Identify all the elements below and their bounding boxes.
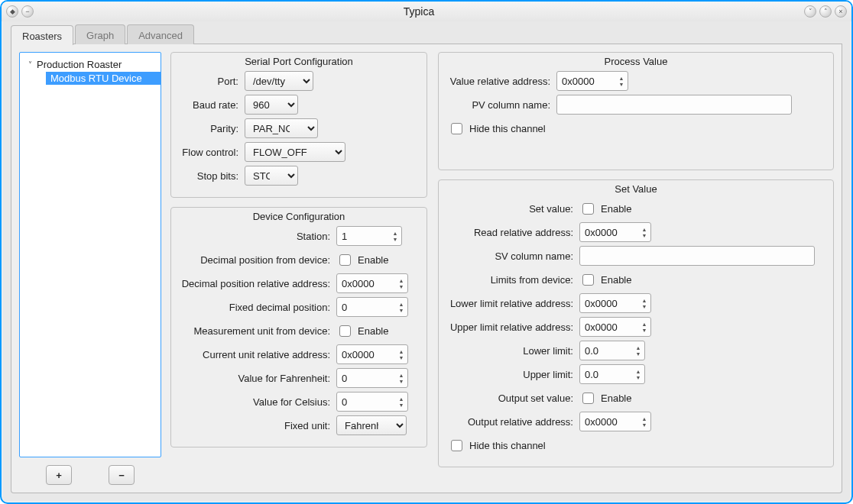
app-window: ◆ − Typica ˅ ˄ × Roasters Graph Advanced…	[0, 0, 853, 504]
label-flow: Flow control:	[179, 147, 245, 158]
tab-page-roasters: ˅ Production Roaster Modbus RTU Device +…	[11, 44, 842, 493]
label-upper-addr: Upper limit relative address:	[446, 321, 579, 333]
label-pv-column: PV column name:	[446, 99, 556, 111]
baud-combo[interactable]: 9600	[245, 95, 298, 115]
sv-limits-check[interactable]	[582, 274, 594, 286]
label-fixed-dec: Fixed decimal position:	[179, 302, 336, 313]
group-title: Set Value	[446, 183, 825, 195]
titlebar-min-button[interactable]: ˅	[804, 5, 816, 18]
flow-combo[interactable]: FLOW_OFF	[245, 142, 345, 162]
port-combo[interactable]: /dev/ttyS0	[245, 71, 313, 91]
tab-bar: Roasters Graph Advanced	[11, 24, 842, 44]
tree-node-child[interactable]: Modbus RTU Device	[46, 72, 161, 85]
label-val-fahrenheit: Value for Fahrenheit:	[179, 373, 336, 384]
enable-label: Enable	[358, 325, 388, 337]
label-upper-limit: Upper limit:	[446, 369, 579, 380]
label-cur-unit-addr: Current unit relative address:	[179, 349, 336, 360]
tree-expander-icon[interactable]: ˅	[26, 60, 34, 69]
tree-node-label: Production Roaster	[37, 59, 122, 70]
window-title: Typica	[34, 5, 804, 18]
remove-button[interactable]: −	[109, 465, 135, 485]
sv-enable-check[interactable]	[582, 203, 594, 215]
hide-label: Hide this channel	[469, 123, 546, 134]
label-pv-addr: Value relative address:	[446, 76, 556, 87]
label-sv-limits: Limits from device:	[446, 274, 579, 286]
group-title: Process Value	[446, 56, 825, 67]
label-lower-limit: Lower limit:	[446, 345, 579, 357]
plus-icon: +	[56, 470, 62, 481]
enable-label: Enable	[601, 274, 631, 286]
label-dec-rel-addr: Decimal position relative address:	[179, 278, 336, 289]
label-output-sv: Output set value:	[446, 393, 579, 404]
parity-combo[interactable]: PAR_NONE	[245, 118, 318, 138]
minus-icon: −	[118, 470, 125, 481]
add-button[interactable]: +	[46, 465, 72, 485]
label-fixed-unit: Fixed unit:	[179, 420, 336, 431]
hide-label: Hide this channel	[469, 440, 546, 451]
dec-from-device-check[interactable]	[339, 254, 351, 266]
titlebar-max-button[interactable]: ˄	[819, 5, 832, 18]
sv-hide-check[interactable]	[451, 440, 462, 451]
tab-graph[interactable]: Graph	[75, 24, 125, 44]
group-serial: Serial Port Configuration Port: /dev/tty…	[170, 52, 427, 198]
tree-node-label: Modbus RTU Device	[50, 73, 142, 84]
label-output-addr: Output relative address:	[446, 416, 579, 428]
enable-label: Enable	[601, 203, 631, 215]
label-sv-column: SV column name:	[446, 250, 579, 262]
group-title: Serial Port Configuration	[179, 56, 419, 67]
label-port: Port:	[179, 76, 245, 87]
titlebar: ◆ − Typica ˅ ˄ ×	[2, 2, 851, 21]
meas-unit-check[interactable]	[339, 325, 351, 337]
label-stop: Stop bits:	[179, 170, 245, 182]
titlebar-shade-button[interactable]: −	[21, 5, 34, 18]
label-dec-from-device: Decimal position from device:	[179, 254, 336, 266]
tab-advanced[interactable]: Advanced	[127, 24, 194, 44]
label-val-celsius: Value for Celsius:	[179, 396, 336, 408]
label-station: Station:	[179, 231, 336, 242]
stop-combo[interactable]: STOP_1	[245, 166, 298, 186]
pv-column-input[interactable]	[556, 95, 792, 115]
app-icon: ◆	[6, 5, 18, 18]
titlebar-close-button[interactable]: ×	[835, 5, 847, 18]
group-title: Device Configuration	[179, 211, 419, 222]
label-baud: Baud rate:	[179, 99, 245, 111]
label-sv-set: Set value:	[446, 203, 579, 215]
group-device: Device Configuration Station: ▲▼ Decimal…	[170, 207, 427, 447]
group-process-value: Process Value Value relative address: ▲▼…	[438, 52, 834, 170]
fixed-unit-combo[interactable]: Fahrenheit	[336, 415, 407, 435]
sv-output-check[interactable]	[582, 393, 594, 404]
label-parity: Parity:	[179, 123, 245, 134]
enable-label: Enable	[358, 254, 388, 266]
pv-hide-check[interactable]	[451, 123, 462, 134]
group-set-value: Set Value Set value: Enable Read relativ…	[438, 179, 834, 467]
sv-column-input[interactable]	[579, 246, 815, 266]
tab-roasters[interactable]: Roasters	[11, 25, 73, 45]
device-tree[interactable]: ˅ Production Roaster Modbus RTU Device	[19, 52, 161, 457]
tree-node-root[interactable]: ˅ Production Roaster	[20, 57, 161, 72]
label-lower-addr: Lower limit relative address:	[446, 298, 579, 309]
label-sv-read-addr: Read relative address:	[446, 227, 579, 238]
enable-label: Enable	[601, 393, 631, 404]
label-meas-unit: Measurement unit from device:	[179, 325, 336, 337]
